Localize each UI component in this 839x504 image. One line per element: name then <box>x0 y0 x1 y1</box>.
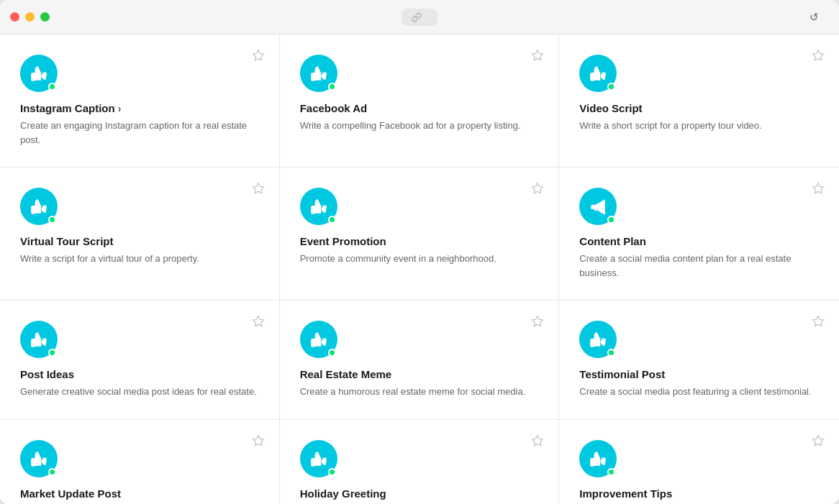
card-video-script[interactable]: Video Script Write a short script for a … <box>559 35 839 168</box>
card-title-market-update-post: Market Update Post <box>20 487 259 500</box>
card-improvement-tips[interactable]: Improvement Tips <box>559 420 839 505</box>
icon-wrapper-instagram-caption <box>20 55 58 92</box>
star-button-improvement-tips[interactable] <box>812 434 825 449</box>
maximize-button[interactable] <box>40 12 50 22</box>
star-button-holiday-greeting[interactable] <box>531 434 544 449</box>
card-real-estate-meme[interactable]: Real Estate Meme Create a humorous real … <box>280 301 560 420</box>
svg-marker-11 <box>532 435 543 445</box>
close-button[interactable] <box>10 12 19 22</box>
card-content-plan[interactable]: Content Plan Create a social media conte… <box>559 168 839 301</box>
status-dot-virtual-tour-script <box>48 216 56 224</box>
icon-wrapper-content-plan <box>579 188 617 225</box>
card-title-event-promotion: Event Promotion <box>300 235 539 247</box>
star-button-market-update-post[interactable] <box>252 434 265 449</box>
card-title-content-plan: Content Plan <box>579 235 819 247</box>
star-button-virtual-tour-script[interactable] <box>252 182 265 197</box>
svg-marker-1 <box>532 50 543 60</box>
card-holiday-greeting[interactable]: Holiday Greeting <box>280 420 560 505</box>
card-title-testimonial-post: Testimonial Post <box>579 368 819 380</box>
card-instagram-caption[interactable]: Instagram Caption› Create an engaging In… <box>0 35 280 168</box>
icon-wrapper-market-update-post <box>20 440 58 477</box>
star-button-facebook-ad[interactable] <box>531 49 544 64</box>
star-button-event-promotion[interactable] <box>531 182 544 197</box>
star-button-testimonial-post[interactable] <box>812 315 825 330</box>
star-button-video-script[interactable] <box>812 49 825 64</box>
icon-wrapper-real-estate-meme <box>300 321 337 358</box>
svg-marker-7 <box>253 316 263 326</box>
card-testimonial-post[interactable]: Testimonial Post Create a social media p… <box>559 301 839 420</box>
icon-wrapper-testimonial-post <box>579 321 617 358</box>
star-button-real-estate-meme[interactable] <box>531 315 544 330</box>
card-desc-content-plan: Create a social media content plan for a… <box>579 252 819 280</box>
link-icon <box>412 12 422 22</box>
icon-wrapper-event-promotion <box>300 188 337 225</box>
star-button-content-plan[interactable] <box>812 182 825 197</box>
svg-marker-10 <box>253 435 263 445</box>
card-desc-testimonial-post: Create a social media post featuring a c… <box>579 385 819 399</box>
icon-wrapper-holiday-greeting <box>300 440 337 477</box>
status-dot-market-update-post <box>48 468 56 476</box>
svg-marker-0 <box>253 50 263 60</box>
card-title-instagram-caption: Instagram Caption› <box>20 102 259 114</box>
svg-marker-9 <box>812 316 823 326</box>
star-button-instagram-caption[interactable] <box>252 49 265 64</box>
app-window: ↺ Instagram Caption› Create an engagi <box>0 0 839 504</box>
card-arrow-icon: › <box>118 103 122 114</box>
card-facebook-ad[interactable]: Facebook Ad Write a compelling Facebook … <box>280 35 560 168</box>
refresh-button[interactable]: ↺ <box>809 11 819 24</box>
card-desc-facebook-ad: Write a compelling Facebook ad for a pro… <box>300 119 539 133</box>
titlebar: ↺ <box>0 0 839 35</box>
svg-marker-12 <box>812 435 823 445</box>
icon-wrapper-facebook-ad <box>300 55 337 92</box>
card-title-virtual-tour-script: Virtual Tour Script <box>20 235 259 247</box>
card-title-holiday-greeting: Holiday Greeting <box>300 487 539 500</box>
svg-marker-4 <box>532 183 543 193</box>
card-title-post-ideas: Post Ideas <box>20 368 259 380</box>
card-desc-instagram-caption: Create an engaging Instagram caption for… <box>20 119 259 147</box>
svg-marker-5 <box>812 183 823 193</box>
status-dot-real-estate-meme <box>328 349 336 357</box>
card-desc-real-estate-meme: Create a humorous real estate meme for s… <box>300 385 539 399</box>
content-area: Instagram Caption› Create an engaging In… <box>0 35 839 504</box>
status-dot-testimonial-post <box>607 349 615 357</box>
status-dot-improvement-tips <box>607 468 615 476</box>
status-dot-event-promotion <box>328 216 336 224</box>
card-virtual-tour-script[interactable]: Virtual Tour Script Write a script for a… <box>0 168 280 301</box>
card-desc-post-ideas: Generate creative social media post idea… <box>20 385 259 399</box>
card-title-video-script: Video Script <box>579 102 819 114</box>
card-desc-virtual-tour-script: Write a script for a virtual tour of a p… <box>20 252 259 266</box>
status-dot-video-script <box>607 83 615 91</box>
status-dot-instagram-caption <box>48 83 56 91</box>
icon-wrapper-virtual-tour-script <box>20 188 58 225</box>
minimize-button[interactable] <box>25 12 35 22</box>
icon-wrapper-improvement-tips <box>579 440 617 477</box>
status-dot-post-ideas <box>48 349 56 357</box>
svg-marker-2 <box>812 50 823 60</box>
card-title-facebook-ad: Facebook Ad <box>300 102 539 114</box>
status-dot-facebook-ad <box>328 83 336 91</box>
card-title-real-estate-meme: Real Estate Meme <box>300 368 539 380</box>
cards-grid: Instagram Caption› Create an engaging In… <box>0 35 839 504</box>
icon-wrapper-post-ideas <box>20 321 58 358</box>
icon-wrapper-video-script <box>579 55 617 92</box>
svg-marker-8 <box>532 316 543 326</box>
card-market-update-post[interactable]: Market Update Post <box>0 420 280 505</box>
card-title-improvement-tips: Improvement Tips <box>579 487 819 500</box>
star-button-post-ideas[interactable] <box>252 315 265 330</box>
card-desc-video-script: Write a short script for a property tour… <box>579 119 819 133</box>
address-bar[interactable] <box>402 9 437 26</box>
status-dot-holiday-greeting <box>328 468 336 476</box>
card-event-promotion[interactable]: Event Promotion Promote a community even… <box>280 168 560 301</box>
card-desc-event-promotion: Promote a community event in a neighborh… <box>300 252 539 266</box>
card-post-ideas[interactable]: Post Ideas Generate creative social medi… <box>0 301 280 420</box>
traffic-lights <box>10 12 50 22</box>
svg-marker-3 <box>253 183 263 193</box>
status-dot-content-plan <box>607 216 615 224</box>
